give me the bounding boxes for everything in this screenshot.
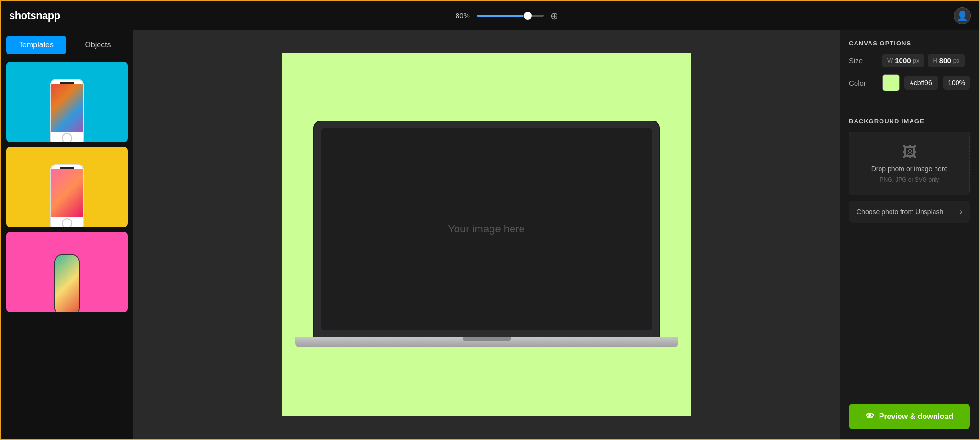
color-hex-input[interactable]: #cbff96	[904, 76, 938, 90]
template-card[interactable]	[6, 147, 128, 227]
width-letter: W	[887, 57, 893, 64]
zoom-in-icon[interactable]: ⊕	[550, 10, 558, 22]
background-image-section: BACKGROUND IMAGE 🖼 Drop photo or image h…	[849, 118, 970, 223]
drop-zone[interactable]: 🖼 Drop photo or image here PNG, JPG or S…	[849, 132, 970, 195]
chevron-right-icon: ›	[960, 208, 962, 216]
template-card[interactable]	[6, 232, 128, 312]
divider	[849, 108, 970, 108]
main-layout: Templates Objects	[1, 30, 979, 439]
preview-download-button[interactable]: 👁 Preview & download	[849, 404, 970, 429]
canvas-options-title: CANVAS OPTIONS	[849, 40, 970, 47]
width-input-wrap[interactable]: W 1000 px	[882, 54, 924, 67]
color-opacity-input[interactable]: 100%	[943, 76, 970, 90]
bg-image-title: BACKGROUND IMAGE	[849, 118, 970, 125]
width-unit: px	[913, 57, 920, 64]
size-row: Size W 1000 px H 800 px	[849, 54, 970, 67]
laptop-mockup: Your image here	[295, 121, 678, 347]
width-value: 1000	[895, 56, 911, 65]
laptop-lid: Your image here	[314, 121, 659, 337]
height-value: 800	[939, 56, 951, 65]
dimension-inputs: W 1000 px H 800 px	[882, 54, 965, 67]
color-row: Color #cbff96 100%	[849, 74, 970, 91]
phone-mockup-1	[50, 79, 84, 142]
app-logo: shotsnapp	[9, 10, 60, 22]
avatar-button[interactable]: 👤	[954, 7, 971, 24]
image-upload-icon: 🖼	[902, 143, 917, 161]
template-list	[1, 60, 133, 439]
phone-home-btn	[62, 133, 72, 142]
color-label: Color	[849, 79, 878, 87]
canvas-options-section: CANVAS OPTIONS Size W 1000 px H 800 px	[849, 40, 970, 98]
drop-title: Drop photo or image here	[871, 165, 948, 173]
right-panel: CANVAS OPTIONS Size W 1000 px H 800 px	[840, 30, 979, 439]
sidebar: Templates Objects	[1, 30, 133, 439]
zoom-slider-wrap	[477, 15, 544, 17]
canvas-placeholder: Your image here	[448, 223, 525, 235]
template-card[interactable]	[6, 62, 128, 142]
tab-templates[interactable]: Templates	[6, 36, 66, 54]
zoom-label: 80%	[456, 11, 470, 20]
height-unit: px	[953, 57, 960, 64]
size-label: Size	[849, 56, 878, 65]
laptop-hinge	[463, 337, 511, 341]
opacity-value: 100	[948, 79, 959, 87]
phone-home-btn	[62, 218, 72, 227]
preview-icon: 👁	[866, 411, 874, 421]
laptop-base	[295, 337, 678, 347]
sidebar-tabs: Templates Objects	[1, 30, 133, 60]
phone-screen-1	[51, 84, 83, 132]
laptop-screen: Your image here	[321, 128, 652, 330]
unsplash-button[interactable]: Choose photo from Unsplash ›	[849, 201, 970, 223]
header: shotsnapp 80% ⊕ 👤	[1, 1, 979, 30]
user-icon: 👤	[957, 11, 968, 21]
height-input-wrap[interactable]: H 800 px	[928, 54, 964, 67]
color-swatch[interactable]	[882, 74, 900, 91]
phone-mockup-2	[50, 164, 84, 227]
height-letter: H	[933, 57, 937, 64]
zoom-controls: 80% ⊕	[456, 10, 558, 22]
tab-objects[interactable]: Objects	[68, 36, 128, 54]
canvas-area[interactable]: Your image here	[133, 30, 840, 439]
drop-subtitle: PNG, JPG or SVG only	[880, 176, 939, 183]
canvas-background: Your image here	[282, 53, 691, 416]
unsplash-label: Choose photo from Unsplash	[857, 208, 943, 216]
phone-mockup-3	[54, 254, 80, 312]
opacity-unit: %	[959, 79, 965, 87]
preview-label: Preview & download	[879, 412, 954, 421]
phone-screen-2	[51, 169, 83, 217]
zoom-slider[interactable]	[477, 15, 544, 17]
phone-screen-3	[55, 255, 79, 312]
